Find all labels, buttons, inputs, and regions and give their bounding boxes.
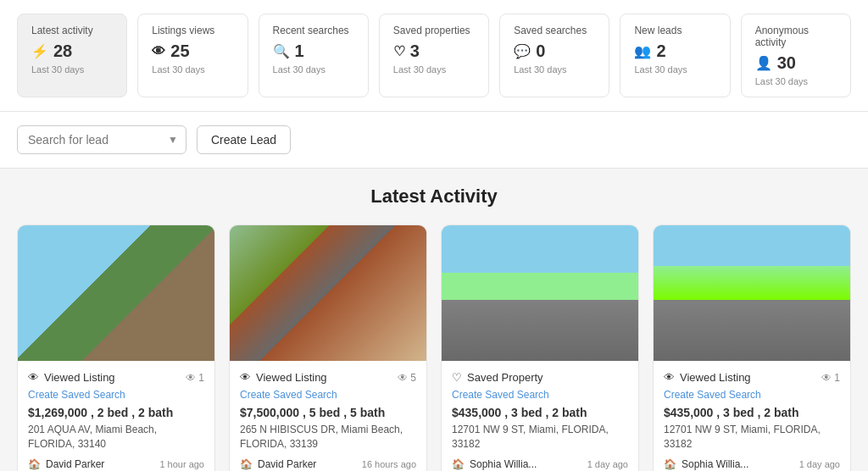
card-agent: 🏠 Sophia Willia... [664, 458, 748, 470]
agent-icon: 🏠 [28, 458, 41, 470]
stat-card-saved-properties[interactable]: Saved properties ♡ 3 Last 30 days [379, 14, 489, 97]
stat-card-listing-views[interactable]: Listings views 👁 25 Last 30 days [137, 14, 248, 97]
property-card: 👁 Viewed Listing 👁 1 Create Saved Search… [17, 224, 215, 471]
property-image [654, 225, 850, 361]
card-time: 1 hour ago [159, 459, 204, 469]
cards-grid: 👁 Viewed Listing 👁 1 Create Saved Search… [17, 224, 851, 471]
card-type-row: 👁 Viewed Listing 👁 1 [28, 371, 204, 384]
agent-icon: 🏠 [664, 458, 676, 470]
card-time: 1 day ago [587, 459, 628, 469]
card-type: ♡ Saved Property [452, 371, 543, 384]
card-address: 201 AQUA AV, Miami Beach, FLORIDA, 33140 [28, 423, 204, 452]
property-image [230, 225, 426, 361]
stat-card-recent-searches[interactable]: Recent searches 🔍 1 Last 30 days [259, 14, 369, 97]
card-type: 👁 Viewed Listing [240, 371, 327, 384]
search-icon: 🔍 [273, 43, 290, 59]
card-type-row: ♡ Saved Property [452, 371, 628, 384]
stat-card-anonymous-activity[interactable]: Anonymous activity 👤 30 Last 30 days [741, 14, 851, 97]
stat-sub: Last 30 days [755, 76, 837, 86]
chat-icon: 💬 [514, 43, 531, 59]
stat-title: Saved properties [393, 25, 475, 36]
create-saved-search-link[interactable]: Create Saved Search [28, 389, 204, 401]
card-type: 👁 Viewed Listing [664, 371, 751, 384]
search-wrapper: ▼ [17, 125, 186, 154]
controls-bar: ▼ Create Lead [0, 112, 868, 169]
eye-icon: 👁 [152, 44, 165, 59]
card-type-row: 👁 Viewed Listing 👁 5 [240, 371, 416, 384]
card-price: $435,000 , 3 bed , 2 bath [664, 406, 840, 419]
bolt-icon: ⚡ [31, 43, 48, 59]
stat-card-saved-searches[interactable]: Saved searches 💬 0 Last 30 days [499, 14, 609, 97]
property-image [442, 225, 638, 361]
create-saved-search-link[interactable]: Create Saved Search [664, 389, 840, 401]
stat-sub: Last 30 days [31, 64, 113, 75]
stat-sub: Last 30 days [393, 64, 475, 75]
card-time: 16 hours ago [362, 459, 416, 469]
stat-value: 👤 30 [755, 53, 837, 73]
card-price: $1,269,000 , 2 bed , 2 bath [28, 406, 204, 419]
card-type-row: 👁 Viewed Listing 👁 1 [664, 371, 840, 384]
stat-sub: Last 30 days [634, 64, 715, 75]
create-saved-search-link[interactable]: Create Saved Search [240, 389, 416, 401]
agent-icon: 🏠 [240, 458, 253, 470]
card-agent: 🏠 David Parker [28, 458, 104, 470]
stat-value: 🔍 1 [273, 42, 354, 61]
card-footer: 🏠 David Parker 16 hours ago [240, 458, 416, 470]
stat-value: 👥 2 [634, 42, 715, 61]
card-views: 👁 1 [186, 372, 204, 384]
property-card: ♡ Saved Property Create Saved Search $43… [441, 224, 639, 471]
card-time: 1 day ago [799, 459, 840, 469]
agent-icon: 🏠 [452, 458, 465, 470]
card-views: 👁 5 [398, 372, 416, 384]
card-address: 265 N HIBISCUS DR, Miami Beach, FLORIDA,… [240, 423, 416, 452]
card-footer: 🏠 Sophia Willia... 1 day ago [452, 458, 628, 470]
type-icon: ♡ [452, 371, 462, 384]
type-icon: 👁 [664, 371, 675, 384]
stat-title: Listings views [152, 25, 233, 36]
property-card: 👁 Viewed Listing 👁 1 Create Saved Search… [653, 224, 851, 471]
card-agent: 🏠 David Parker [240, 458, 316, 470]
stat-card-latest-activity[interactable]: Latest activity ⚡ 28 Last 30 days [17, 14, 127, 97]
stat-title: Recent searches [273, 25, 354, 36]
type-icon: 👁 [28, 371, 39, 384]
card-address: 12701 NW 9 ST, Miami, FLORIDA, 33182 [452, 423, 628, 452]
stat-title: New leads [634, 25, 715, 36]
search-input[interactable] [17, 125, 186, 154]
card-footer: 🏠 David Parker 1 hour ago [28, 458, 204, 470]
stat-card-new-leads[interactable]: New leads 👥 2 Last 30 days [620, 14, 730, 97]
type-icon: 👁 [240, 371, 251, 384]
stat-value: 👁 25 [152, 42, 233, 61]
card-price: $7,500,000 , 5 bed , 5 bath [240, 406, 416, 419]
create-lead-button[interactable]: Create Lead [197, 125, 291, 154]
stat-sub: Last 30 days [152, 64, 233, 75]
anon-icon: 👤 [755, 55, 772, 71]
stat-value: ⚡ 28 [31, 42, 113, 61]
card-type: 👁 Viewed Listing [28, 371, 115, 384]
card-agent: 🏠 Sophia Willia... [452, 458, 537, 470]
card-price: $435,000 , 3 bed , 2 bath [452, 406, 628, 419]
stat-title: Latest activity [31, 25, 113, 36]
create-saved-search-link[interactable]: Create Saved Search [452, 389, 628, 401]
property-card: 👁 Viewed Listing 👁 5 Create Saved Search… [229, 224, 427, 471]
property-image [18, 225, 214, 361]
stat-value: ♡ 3 [393, 42, 475, 61]
leads-icon: 👥 [634, 43, 651, 59]
card-views: 👁 1 [821, 372, 840, 384]
stat-title: Saved searches [514, 25, 595, 36]
card-address: 12701 NW 9 ST, Miami, FLORIDA, 33182 [664, 423, 840, 452]
section-title: Latest Activity [17, 186, 851, 208]
card-footer: 🏠 Sophia Willia... 1 day ago [664, 458, 840, 470]
main-content: Latest Activity 👁 Viewed Listing 👁 1 Cre… [0, 169, 868, 471]
stat-title: Anonymous activity [755, 25, 837, 48]
heart-icon: ♡ [393, 43, 405, 59]
stat-sub: Last 30 days [273, 64, 354, 75]
stat-value: 💬 0 [514, 42, 595, 61]
stats-bar: Latest activity ⚡ 28 Last 30 days Listin… [0, 0, 868, 112]
stat-sub: Last 30 days [514, 64, 595, 75]
